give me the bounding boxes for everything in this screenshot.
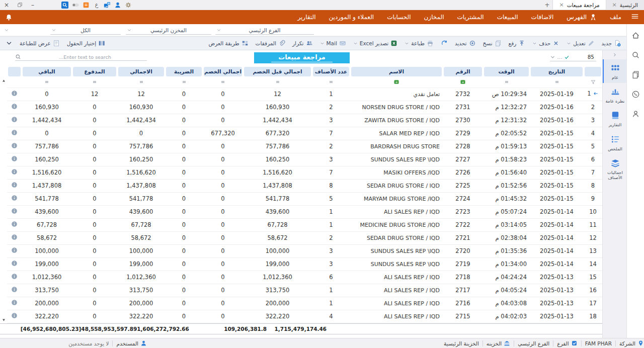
toolbar-button-print[interactable]: طباعة xyxy=(401,39,437,48)
table-row[interactable]: 22025-01-1612:32:27 م2731NORSEN DRUG STO… xyxy=(7,101,602,114)
table-row[interactable]: 92025-01-1501:45:32 م2724MARYAM DRUG STO… xyxy=(7,192,602,205)
info-icon[interactable] xyxy=(11,208,18,214)
translate-icon[interactable]: ضA xyxy=(104,2,111,9)
filter-cell-date[interactable] xyxy=(530,77,584,88)
toolbar-button-mail[interactable]: Mail xyxy=(317,39,349,48)
menu-item-2[interactable]: الاضافات xyxy=(525,10,560,24)
table-row[interactable]: 62025-01-1501:58:23 م2727SUNDUS SALES RE… xyxy=(7,153,602,166)
bell-icon[interactable] xyxy=(5,14,13,21)
equals-filter-icon[interactable] xyxy=(504,79,510,85)
ellipsis-icon[interactable]: … xyxy=(557,54,562,60)
filter-cell-name[interactable]: a xyxy=(350,77,443,88)
text-filter-icon[interactable]: a xyxy=(393,79,399,85)
user-icon[interactable] xyxy=(114,2,121,9)
chevron-down-icon[interactable] xyxy=(4,28,9,33)
info-icon[interactable] xyxy=(11,116,18,123)
menu-item-1[interactable]: الفهرس xyxy=(560,10,603,24)
info-icon[interactable] xyxy=(11,103,18,110)
toolbar-button-edit[interactable]: تعديل xyxy=(564,39,597,48)
table-row[interactable]: 112025-01-1403:14:05 م2722MEDICINE DRUG … xyxy=(7,218,602,231)
chevron-down-button[interactable] xyxy=(3,39,16,48)
table-row[interactable]: 72025-01-1501:56:40 م2726MASIKI OFFERS /… xyxy=(7,166,602,179)
settings-icon[interactable] xyxy=(125,2,132,9)
column-header-number[interactable]: الرقم xyxy=(443,65,483,77)
table-row[interactable]: 52025-01-1501:59:13 م2728BARDRASH DRUG S… xyxy=(7,140,602,153)
table-row[interactable]: 182025-01-1304:02:03 م2715ALI SALES REP … xyxy=(7,310,602,323)
info-icon[interactable] xyxy=(11,142,18,149)
filter-cell-time[interactable] xyxy=(483,77,530,88)
refresh-button[interactable] xyxy=(438,39,451,48)
info-icon[interactable] xyxy=(11,286,18,293)
arabic-ain-icon[interactable]: ع xyxy=(93,2,100,9)
filter-cell-total[interactable] xyxy=(117,77,165,88)
table-row[interactable]: 82025-01-1501:52:56 م2725SEDAR DRUG STOR… xyxy=(7,179,602,192)
toolbar-button-upload[interactable]: رفع xyxy=(506,39,529,48)
table-row[interactable]: 132025-01-1401:35:36 م2720SUNDUS SALES R… xyxy=(7,244,602,257)
column-header-remaining[interactable]: الباقي xyxy=(22,65,72,77)
info-icon[interactable] xyxy=(11,273,18,280)
quick-search-icon[interactable] xyxy=(61,2,68,9)
scroll-up-icon[interactable] xyxy=(2,78,6,83)
window-tab-0[interactable]: مراجعة مبيعات× xyxy=(552,0,605,10)
info-icon[interactable] xyxy=(11,221,18,227)
table-row[interactable]: 152025-01-1304:24:24 م2718ALI SALES REP … xyxy=(7,271,602,284)
chevron-down-icon[interactable] xyxy=(405,41,409,46)
equals-filter-icon[interactable] xyxy=(328,79,334,85)
chevron-down-icon[interactable] xyxy=(320,41,325,46)
column-header-total[interactable]: الاجمالي xyxy=(117,65,165,77)
side-tab-1[interactable]: نظرة عامة xyxy=(603,83,626,107)
close-button[interactable]: × xyxy=(0,0,13,10)
window-tab-1[interactable]: الرئيسية× xyxy=(606,0,644,10)
toolbar-button-attach[interactable]: المرفقات xyxy=(253,39,288,48)
table-row[interactable]: 122025-01-1402:38:04 م2721SEDAR DRUG STO… xyxy=(7,231,602,244)
vertical-scrollbar[interactable] xyxy=(1,78,7,322)
restore-button[interactable] xyxy=(13,0,26,10)
info-icon[interactable] xyxy=(11,247,18,253)
table-row[interactable]: 162025-01-1304:05:24 م2717ALI SALES REP … xyxy=(7,284,602,297)
close-icon[interactable]: × xyxy=(559,2,564,8)
info-icon[interactable] xyxy=(11,182,18,188)
filter-cell-paid[interactable] xyxy=(72,77,117,88)
equals-filter-icon[interactable] xyxy=(181,79,187,85)
menu-item-8[interactable]: التقارير xyxy=(291,10,322,24)
side-tab-3[interactable]: الملخص xyxy=(603,131,626,154)
equals-filter-icon[interactable] xyxy=(220,79,226,85)
chevron-down-icon[interactable] xyxy=(353,41,358,46)
whatsapp-icon[interactable] xyxy=(631,90,640,99)
menu-item-0[interactable]: ملف xyxy=(603,10,628,24)
info-icon[interactable] xyxy=(11,90,18,97)
toolbar-button-select[interactable]: تحديد xyxy=(452,39,479,48)
column-header-tax[interactable]: الضريبة xyxy=(165,65,203,77)
table-row[interactable]: 32025-01-1612:31:32 م2730ZAWITA DRUG STO… xyxy=(7,114,602,127)
person-icon[interactable] xyxy=(631,110,640,118)
minimize-button[interactable]: – xyxy=(26,0,39,10)
info-icon[interactable] xyxy=(11,299,18,306)
table-row[interactable]: 172025-01-1304:03:08 م2716ALI SALES REP … xyxy=(7,297,602,310)
menu-icon[interactable] xyxy=(630,14,640,21)
filter-cell-remaining[interactable] xyxy=(22,77,72,88)
menu-item-5[interactable]: المخازن xyxy=(418,10,451,24)
column-header-before[interactable]: اجمالي قبل الخصم xyxy=(243,65,312,77)
text-filter-icon[interactable]: a xyxy=(460,79,466,85)
toolbar-button-new-doc[interactable]: جديد xyxy=(599,39,624,48)
column-header-date[interactable]: التاريخ xyxy=(530,65,584,77)
chevron-down-icon[interactable] xyxy=(532,41,537,46)
side-tab-4[interactable]: اجماليات الأصناف xyxy=(603,154,626,183)
warehouse-combo[interactable]: المخزن الرئيسي xyxy=(126,26,211,35)
equals-filter-icon[interactable] xyxy=(138,79,144,85)
row-filter-cell[interactable] xyxy=(584,77,602,88)
toolbar-button-view[interactable]: طريقة العرض xyxy=(206,39,252,48)
filter-cell-items[interactable] xyxy=(312,77,350,88)
info-icon[interactable] xyxy=(11,129,18,136)
equals-filter-icon[interactable] xyxy=(275,79,281,85)
pages-icon[interactable] xyxy=(631,70,640,79)
branch-combo[interactable]: الفرع الرئيسي xyxy=(215,26,314,35)
toolbar-button-delete[interactable]: حذف xyxy=(529,39,562,48)
info-icon[interactable] xyxy=(11,234,18,240)
column-header-items[interactable]: عدد الأصناف xyxy=(312,65,350,77)
toolbar-button-fields[interactable]: إختيار الحقول xyxy=(64,39,109,48)
search-input[interactable] xyxy=(23,54,147,60)
column-header-paid[interactable]: المدفوع xyxy=(72,65,117,77)
record-count-box[interactable]: … 85 xyxy=(550,54,596,61)
column-header-discount[interactable]: اجمالي الخصم xyxy=(203,65,243,77)
